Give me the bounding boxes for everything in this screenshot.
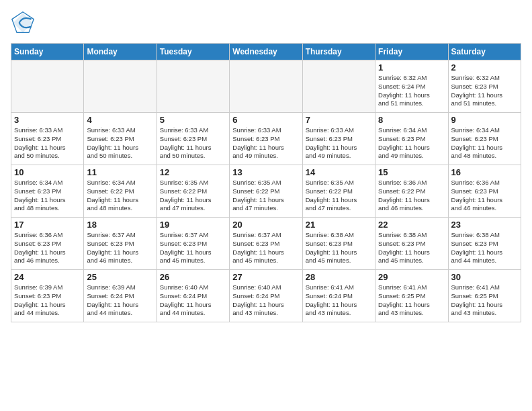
day-number: 2: [451, 62, 518, 73]
day-info: Sunrise: 6:35 AM Sunset: 6:22 PM Dayligh…: [160, 179, 226, 213]
day-number: 29: [378, 272, 445, 282]
day-info: Sunrise: 6:40 AM Sunset: 6:24 PM Dayligh…: [160, 283, 226, 318]
day-info: Sunrise: 6:32 AM Sunset: 6:23 PM Dayligh…: [451, 74, 518, 108]
calendar-cell: 14Sunrise: 6:35 AM Sunset: 6:22 PM Dayli…: [302, 165, 375, 218]
calendar-cell: 10Sunrise: 6:34 AM Sunset: 6:23 PM Dayli…: [11, 165, 84, 218]
day-header-friday: Friday: [375, 44, 448, 60]
day-info: Sunrise: 6:40 AM Sunset: 6:24 PM Dayligh…: [232, 283, 299, 318]
day-info: Sunrise: 6:36 AM Sunset: 6:23 PM Dayligh…: [14, 231, 81, 265]
calendar-cell: 11Sunrise: 6:34 AM Sunset: 6:22 PM Dayli…: [84, 165, 157, 218]
calendar-week-row: 1Sunrise: 6:32 AM Sunset: 6:24 PM Daylig…: [11, 60, 521, 113]
day-info: Sunrise: 6:41 AM Sunset: 6:25 PM Dayligh…: [378, 283, 445, 318]
day-number: 28: [306, 272, 372, 282]
calendar-cell: 18Sunrise: 6:37 AM Sunset: 6:23 PM Dayli…: [84, 218, 157, 270]
day-info: Sunrise: 6:33 AM Sunset: 6:23 PM Dayligh…: [306, 126, 372, 161]
day-number: 18: [87, 220, 153, 230]
day-info: Sunrise: 6:33 AM Sunset: 6:23 PM Dayligh…: [87, 126, 153, 161]
day-info: Sunrise: 6:38 AM Sunset: 6:23 PM Dayligh…: [451, 231, 518, 265]
day-info: Sunrise: 6:38 AM Sunset: 6:23 PM Dayligh…: [306, 231, 372, 265]
day-info: Sunrise: 6:33 AM Sunset: 6:23 PM Dayligh…: [232, 126, 299, 161]
calendar-cell: 21Sunrise: 6:38 AM Sunset: 6:23 PM Dayli…: [302, 218, 375, 270]
day-number: 15: [378, 167, 445, 177]
calendar-week-row: 17Sunrise: 6:36 AM Sunset: 6:23 PM Dayli…: [11, 218, 521, 270]
calendar-cell: 19Sunrise: 6:37 AM Sunset: 6:23 PM Dayli…: [157, 218, 229, 270]
calendar-cell: 30Sunrise: 6:41 AM Sunset: 6:25 PM Dayli…: [448, 270, 521, 322]
day-header-saturday: Saturday: [448, 44, 521, 60]
day-number: 26: [160, 272, 226, 282]
day-header-thursday: Thursday: [302, 44, 375, 60]
day-info: Sunrise: 6:35 AM Sunset: 6:22 PM Dayligh…: [232, 179, 299, 213]
calendar-cell: 12Sunrise: 6:35 AM Sunset: 6:22 PM Dayli…: [157, 165, 229, 218]
calendar-cell: 28Sunrise: 6:41 AM Sunset: 6:24 PM Dayli…: [302, 270, 375, 322]
calendar-cell: 29Sunrise: 6:41 AM Sunset: 6:25 PM Dayli…: [375, 270, 448, 322]
day-number: 8: [378, 115, 445, 125]
day-number: 24: [14, 272, 81, 282]
day-info: Sunrise: 6:32 AM Sunset: 6:24 PM Dayligh…: [378, 74, 445, 108]
calendar-cell: [302, 60, 375, 113]
day-number: 12: [160, 167, 226, 177]
calendar-cell: 3Sunrise: 6:33 AM Sunset: 6:23 PM Daylig…: [11, 113, 84, 165]
day-number: 11: [87, 167, 153, 177]
logo-icon: [11, 11, 35, 35]
calendar-cell: 23Sunrise: 6:38 AM Sunset: 6:23 PM Dayli…: [448, 218, 521, 270]
calendar-cell: 4Sunrise: 6:33 AM Sunset: 6:23 PM Daylig…: [84, 113, 157, 165]
day-number: 10: [14, 167, 81, 177]
day-info: Sunrise: 6:34 AM Sunset: 6:23 PM Dayligh…: [451, 126, 518, 161]
day-header-monday: Monday: [84, 44, 157, 60]
calendar-cell: 1Sunrise: 6:32 AM Sunset: 6:24 PM Daylig…: [375, 60, 448, 113]
calendar-week-row: 10Sunrise: 6:34 AM Sunset: 6:23 PM Dayli…: [11, 165, 521, 218]
day-header-sunday: Sunday: [11, 44, 84, 60]
day-number: 14: [306, 167, 372, 177]
day-info: Sunrise: 6:39 AM Sunset: 6:24 PM Dayligh…: [87, 283, 153, 318]
day-info: Sunrise: 6:38 AM Sunset: 6:23 PM Dayligh…: [378, 231, 445, 265]
calendar-cell: [11, 60, 84, 113]
day-number: 16: [451, 167, 518, 177]
calendar-cell: [84, 60, 157, 113]
day-info: Sunrise: 6:35 AM Sunset: 6:22 PM Dayligh…: [306, 179, 372, 213]
day-number: 1: [378, 62, 445, 73]
day-number: 3: [14, 115, 81, 125]
calendar-cell: 9Sunrise: 6:34 AM Sunset: 6:23 PM Daylig…: [448, 113, 521, 165]
day-number: 21: [306, 220, 372, 230]
day-header-wednesday: Wednesday: [230, 44, 302, 60]
day-info: Sunrise: 6:33 AM Sunset: 6:23 PM Dayligh…: [14, 126, 81, 161]
day-number: 13: [232, 167, 299, 177]
calendar-cell: 26Sunrise: 6:40 AM Sunset: 6:24 PM Dayli…: [157, 270, 229, 322]
day-info: Sunrise: 6:41 AM Sunset: 6:25 PM Dayligh…: [451, 283, 518, 318]
day-number: 7: [306, 115, 372, 125]
day-header-tuesday: Tuesday: [157, 44, 229, 60]
calendar-cell: 17Sunrise: 6:36 AM Sunset: 6:23 PM Dayli…: [11, 218, 84, 270]
day-info: Sunrise: 6:34 AM Sunset: 6:23 PM Dayligh…: [378, 126, 445, 161]
calendar-cell: 5Sunrise: 6:33 AM Sunset: 6:23 PM Daylig…: [157, 113, 229, 165]
day-info: Sunrise: 6:37 AM Sunset: 6:23 PM Dayligh…: [87, 231, 153, 265]
day-number: 20: [232, 220, 299, 230]
calendar-cell: 7Sunrise: 6:33 AM Sunset: 6:23 PM Daylig…: [302, 113, 375, 165]
calendar-cell: 25Sunrise: 6:39 AM Sunset: 6:24 PM Dayli…: [84, 270, 157, 322]
calendar-cell: 16Sunrise: 6:36 AM Sunset: 6:23 PM Dayli…: [448, 165, 521, 218]
day-info: Sunrise: 6:41 AM Sunset: 6:24 PM Dayligh…: [306, 283, 372, 318]
calendar-week-row: 24Sunrise: 6:39 AM Sunset: 6:23 PM Dayli…: [11, 270, 521, 322]
day-info: Sunrise: 6:36 AM Sunset: 6:22 PM Dayligh…: [378, 179, 445, 213]
day-info: Sunrise: 6:34 AM Sunset: 6:22 PM Dayligh…: [87, 179, 153, 213]
calendar-cell: 15Sunrise: 6:36 AM Sunset: 6:22 PM Dayli…: [375, 165, 448, 218]
calendar-header-row: SundayMondayTuesdayWednesdayThursdayFrid…: [11, 44, 521, 60]
day-number: 23: [451, 220, 518, 230]
day-info: Sunrise: 6:39 AM Sunset: 6:23 PM Dayligh…: [14, 283, 81, 318]
day-info: Sunrise: 6:36 AM Sunset: 6:23 PM Dayligh…: [451, 179, 518, 213]
logo: [11, 11, 38, 35]
calendar-cell: 22Sunrise: 6:38 AM Sunset: 6:23 PM Dayli…: [375, 218, 448, 270]
day-number: 6: [232, 115, 299, 125]
day-number: 27: [232, 272, 299, 282]
calendar-cell: 27Sunrise: 6:40 AM Sunset: 6:24 PM Dayli…: [230, 270, 302, 322]
calendar-cell: 6Sunrise: 6:33 AM Sunset: 6:23 PM Daylig…: [230, 113, 302, 165]
day-number: 30: [451, 272, 518, 282]
day-number: 17: [14, 220, 81, 230]
day-number: 9: [451, 115, 518, 125]
calendar-cell: 24Sunrise: 6:39 AM Sunset: 6:23 PM Dayli…: [11, 270, 84, 322]
day-info: Sunrise: 6:37 AM Sunset: 6:23 PM Dayligh…: [232, 231, 299, 265]
day-number: 22: [378, 220, 445, 230]
day-number: 5: [160, 115, 226, 125]
day-info: Sunrise: 6:33 AM Sunset: 6:23 PM Dayligh…: [160, 126, 226, 161]
calendar-cell: 8Sunrise: 6:34 AM Sunset: 6:23 PM Daylig…: [375, 113, 448, 165]
calendar-cell: 13Sunrise: 6:35 AM Sunset: 6:22 PM Dayli…: [230, 165, 302, 218]
